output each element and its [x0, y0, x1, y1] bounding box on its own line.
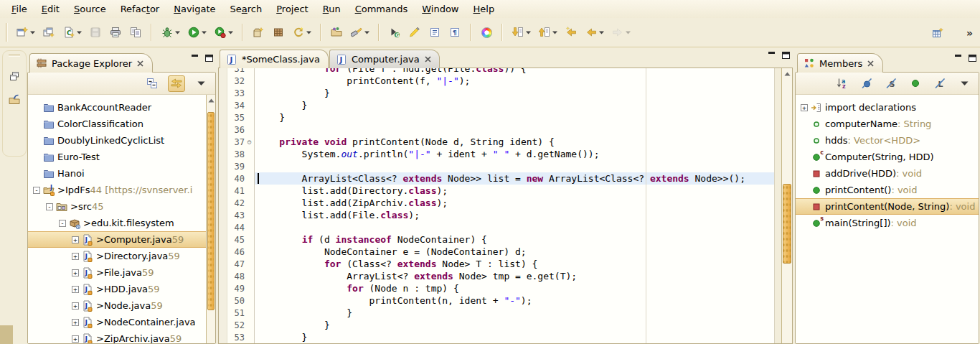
expand-icon[interactable]: +	[72, 253, 79, 260]
dropdown-arrow-icon[interactable]	[175, 31, 180, 34]
menu-window[interactable]: Window	[415, 1, 466, 17]
dropdown-arrow-icon[interactable]	[228, 31, 233, 34]
build-button[interactable]	[127, 24, 144, 41]
menu-run[interactable]: Run	[316, 1, 348, 17]
dropdown-arrow-icon[interactable]	[306, 31, 311, 34]
member-item[interactable]: smain(String[]) : void	[796, 215, 979, 231]
code-line[interactable]: printContent(f, "|-");	[255, 75, 774, 87]
expander[interactable]: -	[57, 220, 68, 227]
expand-icon[interactable]: +	[72, 302, 79, 310]
member-item[interactable]: printContent() : void	[796, 182, 979, 198]
members-hide-local-button[interactable]: L	[931, 75, 948, 92]
color-palette-button[interactable]	[478, 24, 495, 41]
tree-item[interactable]: +J> HDD.java 59	[28, 281, 206, 297]
minimize-icon[interactable]	[955, 55, 962, 62]
expander[interactable]: +	[70, 269, 81, 276]
code-line[interactable]: for (Node n : tmp) {	[255, 282, 774, 294]
new-wizard-button[interactable]	[14, 24, 37, 41]
code-line[interactable]	[255, 221, 774, 233]
code-line[interactable]: list.add(File.class);	[255, 209, 774, 221]
tree-item[interactable]: ColorClassification	[28, 116, 206, 132]
open-resource-button[interactable]	[328, 24, 345, 41]
tree-item[interactable]: +J> File.java 59	[28, 264, 206, 281]
expand-icon[interactable]: +	[72, 335, 79, 343]
code-line[interactable]: private void printContent(Node d, String…	[255, 136, 774, 148]
tree-item[interactable]: +J> Directory.java 59	[28, 248, 206, 264]
show-source-button[interactable]	[426, 24, 443, 41]
pe-collapse-all-button[interactable]	[143, 75, 161, 92]
collapse-icon[interactable]: -	[59, 220, 66, 227]
tree-item[interactable]: -J> IpdFs 44 [https://svnserver.i	[28, 182, 206, 198]
code-line[interactable]: ArrayList<? extends Node> tmp = e.get(T)…	[255, 270, 774, 282]
member-item[interactable]: computerName : String	[796, 116, 979, 132]
java-perspective-button[interactable]	[6, 92, 22, 107]
toolbar-overflow-chevron[interactable]: »	[966, 27, 973, 39]
expand-icon[interactable]: +	[72, 236, 79, 243]
member-item[interactable]: printContent(Node, String) : void	[796, 198, 979, 215]
run-history-button[interactable]	[212, 24, 235, 41]
jar-export-button[interactable]	[250, 24, 267, 41]
tree-item[interactable]: Euro-Test	[28, 149, 206, 165]
collapse-icon[interactable]: -	[46, 203, 53, 210]
code-line[interactable]: list.add(ZipArchiv.class);	[255, 197, 774, 209]
code-line[interactable]	[255, 124, 774, 136]
code-line[interactable]: ArrayList<Class<? extends Node>> list = …	[255, 172, 774, 185]
dropdown-arrow-icon[interactable]	[364, 31, 369, 34]
open-type-button[interactable]: G	[386, 24, 403, 41]
editor-tab[interactable]: JComputer.java	[329, 50, 440, 68]
code-line[interactable]: list.add(Directory.class);	[255, 185, 774, 197]
member-item[interactable]: +import declarations	[796, 99, 979, 116]
tree-item[interactable]: +J> Node.java 59	[28, 297, 206, 314]
next-annotation-button[interactable]	[509, 24, 533, 41]
refresh-button[interactable]	[290, 24, 314, 41]
code-line[interactable]: if (d instanceof NodeContainer) {	[255, 233, 774, 246]
scroll-up-icon[interactable]	[782, 70, 792, 78]
search-button[interactable]	[348, 24, 372, 41]
minimize-icon[interactable]	[768, 52, 776, 59]
editor-tab[interactable]: J*SomeClass.java	[220, 50, 329, 68]
expand-icon[interactable]: +	[72, 319, 79, 326]
expander[interactable]: +	[70, 335, 81, 343]
maximize-icon[interactable]	[969, 55, 976, 62]
fold-marker-icon[interactable]: ⊖	[245, 138, 254, 146]
code-line[interactable]: }	[255, 307, 774, 319]
editor-scrollbar[interactable]	[781, 68, 792, 343]
run-button[interactable]	[185, 24, 209, 41]
dropdown-arrow-icon[interactable]	[30, 31, 35, 34]
expander[interactable]: +	[798, 104, 810, 111]
pe-view-menu-button[interactable]	[192, 75, 209, 92]
expand-icon[interactable]: +	[801, 104, 808, 111]
code-line[interactable]: }	[255, 319, 774, 331]
member-item[interactable]: cComputer(String, HDD)	[796, 149, 979, 165]
code-line[interactable]: printContent(n, ident + "-");	[255, 294, 774, 307]
expander[interactable]: +	[70, 236, 81, 243]
code-line[interactable]: }	[255, 87, 774, 99]
expander[interactable]: +	[70, 319, 81, 326]
dropdown-arrow-icon[interactable]	[552, 31, 557, 34]
code-line[interactable]: NodeContainer e = (NodeContainer) d;	[255, 246, 774, 258]
scrollbar-thumb[interactable]	[207, 112, 215, 310]
members-view-menu-button[interactable]	[956, 75, 973, 92]
collapse-icon[interactable]: -	[33, 187, 40, 194]
dropdown-arrow-icon[interactable]	[599, 31, 604, 34]
code-area[interactable]: for (File f : hdd.get(File.class)) { pri…	[255, 68, 774, 343]
member-item[interactable]: addDrive(HDD) : void	[796, 165, 979, 182]
expander[interactable]: -	[31, 187, 42, 194]
menu-search[interactable]: Search	[223, 1, 270, 17]
code-line[interactable]: }	[255, 331, 774, 343]
member-item[interactable]: hdds : Vector<HDD>	[796, 132, 979, 149]
last-edit-location-button[interactable]	[562, 24, 580, 41]
members-tab[interactable]: Members	[797, 53, 883, 73]
minimize-icon[interactable]	[192, 55, 199, 62]
close-icon[interactable]	[137, 60, 143, 67]
highlighter-button[interactable]	[406, 24, 423, 41]
tree-item[interactable]: -> src 45	[28, 198, 206, 215]
expander[interactable]: +	[70, 253, 81, 260]
expander[interactable]: +	[70, 286, 81, 293]
menu-refactor[interactable]: Refactor	[113, 1, 167, 17]
menu-commands[interactable]: Commands	[348, 1, 415, 17]
print-button[interactable]	[107, 24, 124, 41]
maximize-icon[interactable]	[782, 52, 790, 59]
maximize-icon[interactable]	[205, 55, 213, 62]
tree-item[interactable]: +J> ZipArchiv.java 59	[28, 330, 206, 343]
